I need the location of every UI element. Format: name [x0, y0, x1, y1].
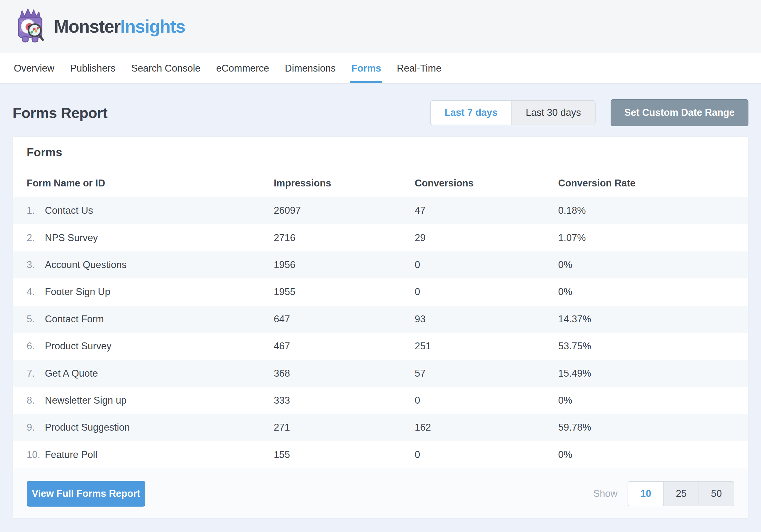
set-custom-date-range-button[interactable]: Set Custom Date Range: [611, 99, 748, 126]
form-name: Contact Us: [45, 205, 274, 216]
row-rank: 6.: [27, 340, 45, 352]
column-header-form-name: Form Name or ID: [27, 178, 274, 189]
table-row: 9. Product Suggestion 271 162 59.78%: [13, 414, 748, 441]
row-rank: 9.: [27, 422, 45, 433]
impressions-value: 1956: [274, 259, 415, 270]
report-header-row: Forms Report Last 7 days Last 30 days Se…: [13, 99, 748, 127]
table-row: 6. Product Survey 467 251 53.75%: [13, 333, 748, 360]
form-name: Account Questions: [45, 259, 274, 270]
impressions-value: 271: [274, 422, 415, 433]
table-row: 5. Contact Form 647 93 14.37%: [13, 306, 748, 333]
tab-real-time[interactable]: Real-Time: [397, 53, 441, 83]
table-row: 8. Newsletter Sign up 333 0 0%: [13, 387, 748, 414]
conversions-value: 0: [415, 449, 558, 460]
card-footer: View Full Forms Report Show 10 25 50: [13, 469, 748, 518]
form-name: Product Suggestion: [45, 422, 274, 433]
page-size-50[interactable]: 50: [699, 482, 734, 505]
row-rank: 7.: [27, 368, 45, 379]
form-name: Get A Quote: [45, 368, 274, 379]
card-title: Forms: [27, 146, 734, 159]
date-range-last-7-days[interactable]: Last 7 days: [431, 101, 511, 125]
column-header-conversion-rate: Conversion Rate: [558, 178, 734, 189]
impressions-value: 26097: [274, 205, 415, 216]
column-header-impressions: Impressions: [274, 178, 415, 189]
conversion-rate-value: 53.75%: [558, 340, 734, 352]
impressions-value: 647: [274, 314, 415, 325]
app-header: MonsterInsights: [0, 0, 761, 53]
table-row: 4. Footer Sign Up 1955 0 0%: [13, 278, 748, 305]
conversion-rate-value: 1.07%: [558, 232, 734, 244]
view-full-forms-report-button[interactable]: View Full Forms Report: [27, 481, 146, 506]
form-name: Footer Sign Up: [45, 286, 274, 298]
row-rank: 8.: [27, 395, 45, 406]
monsterinsights-monster-icon: [14, 8, 46, 45]
table-header-row: Form Name or ID Impressions Conversions …: [13, 169, 748, 197]
monsterinsights-logo: MonsterInsights: [14, 8, 185, 45]
page-size-group: 10 25 50: [627, 481, 734, 506]
conversions-value: 93: [415, 314, 558, 325]
conversion-rate-value: 0.18%: [558, 205, 734, 216]
date-controls: Last 7 days Last 30 days Set Custom Date…: [430, 99, 748, 126]
form-name: Contact Form: [45, 314, 274, 325]
brand-name: MonsterInsights: [54, 16, 185, 37]
conversion-rate-value: 0%: [558, 449, 734, 460]
form-name: Product Survey: [45, 340, 274, 352]
tab-forms[interactable]: Forms: [351, 53, 381, 83]
table-row: 1. Contact Us 26097 47 0.18%: [13, 197, 748, 224]
impressions-value: 333: [274, 395, 415, 406]
tab-ecommerce[interactable]: eCommerce: [216, 53, 269, 83]
conversion-rate-value: 59.78%: [558, 422, 734, 433]
table-row: 7. Get A Quote 368 57 15.49%: [13, 360, 748, 387]
conversion-rate-value: 0%: [558, 259, 734, 270]
main-content: Forms Report Last 7 days Last 30 days Se…: [0, 99, 761, 518]
page-size-controls: Show 10 25 50: [593, 481, 734, 506]
table-row: 3. Account Questions 1956 0 0%: [13, 251, 748, 278]
conversion-rate-value: 0%: [558, 395, 734, 406]
date-range-toggle: Last 7 days Last 30 days: [430, 100, 596, 125]
date-range-last-30-days[interactable]: Last 30 days: [511, 101, 595, 125]
tab-dimensions[interactable]: Dimensions: [285, 53, 336, 83]
impressions-value: 368: [274, 368, 415, 379]
tab-overview[interactable]: Overview: [14, 53, 54, 83]
show-label: Show: [593, 488, 617, 500]
page-title: Forms Report: [13, 104, 107, 121]
row-rank: 1.: [27, 205, 45, 216]
conversions-value: 29: [415, 232, 558, 244]
page-size-10[interactable]: 10: [628, 482, 663, 505]
conversions-value: 0: [415, 259, 558, 270]
conversion-rate-value: 14.37%: [558, 314, 734, 325]
column-header-conversions: Conversions: [415, 178, 558, 189]
conversions-value: 0: [415, 395, 558, 406]
conversions-value: 0: [415, 286, 558, 298]
row-rank: 5.: [27, 314, 45, 325]
conversion-rate-value: 0%: [558, 286, 734, 298]
report-nav: Overview Publishers Search Console eComm…: [0, 53, 761, 84]
form-name: Newsletter Sign up: [45, 395, 274, 406]
row-rank: 4.: [27, 286, 45, 298]
conversions-value: 57: [415, 368, 558, 379]
impressions-value: 155: [274, 449, 415, 460]
table-body: 1. Contact Us 26097 47 0.18% 2. NPS Surv…: [13, 197, 748, 468]
impressions-value: 2716: [274, 232, 415, 244]
tab-search-console[interactable]: Search Console: [131, 53, 201, 83]
table-row: 2. NPS Survey 2716 29 1.07%: [13, 224, 748, 251]
form-name: Feature Poll: [45, 449, 274, 460]
impressions-value: 467: [274, 340, 415, 352]
form-name: NPS Survey: [45, 232, 274, 244]
page-size-25[interactable]: 25: [663, 482, 699, 505]
row-rank: 10.: [27, 449, 45, 460]
conversions-value: 162: [415, 422, 558, 433]
conversions-value: 251: [415, 340, 558, 352]
impressions-value: 1955: [274, 286, 415, 298]
row-rank: 2.: [27, 232, 45, 244]
forms-report-card: Forms Form Name or ID Impressions Conver…: [13, 137, 748, 518]
tab-publishers[interactable]: Publishers: [70, 53, 116, 83]
conversion-rate-value: 15.49%: [558, 368, 734, 379]
row-rank: 3.: [27, 259, 45, 270]
conversions-value: 47: [415, 205, 558, 216]
table-row: 10. Feature Poll 155 0 0%: [13, 441, 748, 468]
